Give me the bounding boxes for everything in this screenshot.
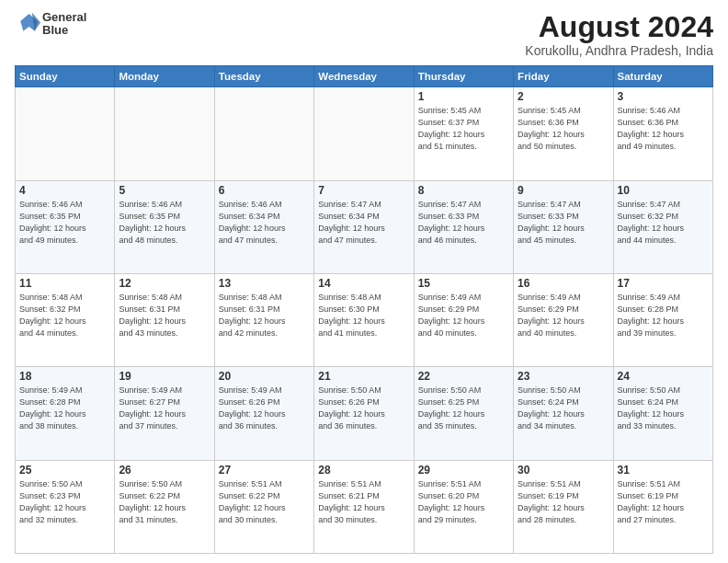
day-info: Sunrise: 5:49 AM Sunset: 6:28 PM Dayligh… [618,292,709,339]
day-info: Sunrise: 5:48 AM Sunset: 6:32 PM Dayligh… [19,292,110,339]
logo-icon [15,11,40,37]
day-info: Sunrise: 5:51 AM Sunset: 6:20 PM Dayligh… [418,478,509,526]
day-info: Sunrise: 5:51 AM Sunset: 6:19 PM Dayligh… [618,478,709,526]
day-number: 31 [618,464,709,477]
day-number: 12 [119,277,210,290]
day-number: 26 [119,464,210,477]
day-number: 23 [518,370,609,383]
day-info: Sunrise: 5:49 AM Sunset: 6:26 PM Dayligh… [219,385,310,432]
page-subtitle: Korukollu, Andhra Pradesh, India [525,43,713,58]
page: General Blue August 2024 Korukollu, Andh… [0,0,728,563]
day-number: 27 [219,464,310,477]
day-number: 13 [219,277,310,290]
day-number: 6 [219,184,310,197]
calendar-cell: 19Sunrise: 5:49 AM Sunset: 6:27 PM Dayli… [115,367,214,460]
calendar-cell [115,87,214,180]
calendar-cell: 26Sunrise: 5:50 AM Sunset: 6:22 PM Dayli… [115,460,214,553]
day-number: 5 [119,184,210,197]
logo-text: General Blue [42,11,86,38]
day-number: 4 [19,184,110,197]
day-number: 28 [318,464,409,477]
day-number: 2 [518,90,609,103]
calendar-cell: 9Sunrise: 5:47 AM Sunset: 6:33 PM Daylig… [514,180,613,273]
page-title: August 2024 [525,11,713,43]
calendar-cell: 16Sunrise: 5:49 AM Sunset: 6:29 PM Dayli… [514,273,613,366]
day-info: Sunrise: 5:46 AM Sunset: 6:34 PM Dayligh… [219,199,310,247]
day-info: Sunrise: 5:49 AM Sunset: 6:28 PM Dayligh… [19,385,110,432]
day-number: 3 [618,90,709,103]
day-number: 22 [418,370,509,383]
calendar-cell: 10Sunrise: 5:47 AM Sunset: 6:32 PM Dayli… [613,180,712,273]
day-info: Sunrise: 5:50 AM Sunset: 6:23 PM Dayligh… [19,478,110,526]
day-number: 8 [418,184,509,197]
day-info: Sunrise: 5:47 AM Sunset: 6:32 PM Dayligh… [618,199,709,247]
day-number: 16 [518,277,609,290]
day-info: Sunrise: 5:47 AM Sunset: 6:34 PM Dayligh… [318,199,409,247]
day-info: Sunrise: 5:50 AM Sunset: 6:24 PM Dayligh… [518,385,609,432]
day-info: Sunrise: 5:49 AM Sunset: 6:29 PM Dayligh… [418,292,509,339]
calendar-cell: 12Sunrise: 5:48 AM Sunset: 6:31 PM Dayli… [115,273,214,366]
calendar-cell: 22Sunrise: 5:50 AM Sunset: 6:25 PM Dayli… [414,367,513,460]
day-info: Sunrise: 5:51 AM Sunset: 6:22 PM Dayligh… [219,478,310,526]
calendar-week-3: 11Sunrise: 5:48 AM Sunset: 6:32 PM Dayli… [16,273,713,366]
day-info: Sunrise: 5:48 AM Sunset: 6:31 PM Dayligh… [219,292,310,339]
calendar-header-wednesday: Wednesday [314,66,414,87]
calendar-cell: 23Sunrise: 5:50 AM Sunset: 6:24 PM Dayli… [514,367,613,460]
day-number: 21 [318,370,409,383]
day-number: 20 [219,370,310,383]
calendar-cell: 8Sunrise: 5:47 AM Sunset: 6:33 PM Daylig… [414,180,513,273]
day-info: Sunrise: 5:50 AM Sunset: 6:26 PM Dayligh… [318,385,409,432]
calendar-week-4: 18Sunrise: 5:49 AM Sunset: 6:28 PM Dayli… [16,367,713,460]
day-number: 30 [518,464,609,477]
calendar-cell: 15Sunrise: 5:49 AM Sunset: 6:29 PM Dayli… [414,273,513,366]
calendar-cell [16,87,115,180]
calendar-cell: 31Sunrise: 5:51 AM Sunset: 6:19 PM Dayli… [613,460,712,553]
calendar-week-1: 1Sunrise: 5:45 AM Sunset: 6:37 PM Daylig… [16,87,713,180]
day-info: Sunrise: 5:46 AM Sunset: 6:36 PM Dayligh… [618,105,709,153]
calendar-cell: 5Sunrise: 5:46 AM Sunset: 6:35 PM Daylig… [115,180,214,273]
calendar-cell: 25Sunrise: 5:50 AM Sunset: 6:23 PM Dayli… [16,460,115,553]
day-info: Sunrise: 5:49 AM Sunset: 6:29 PM Dayligh… [518,292,609,339]
day-number: 17 [618,277,709,290]
day-number: 19 [119,370,210,383]
calendar-cell: 21Sunrise: 5:50 AM Sunset: 6:26 PM Dayli… [314,367,414,460]
calendar-header-tuesday: Tuesday [214,66,313,87]
calendar-cell: 2Sunrise: 5:45 AM Sunset: 6:36 PM Daylig… [514,87,613,180]
day-number: 10 [618,184,709,197]
calendar-header-monday: Monday [115,66,214,87]
calendar-cell: 29Sunrise: 5:51 AM Sunset: 6:20 PM Dayli… [414,460,513,553]
day-number: 14 [318,277,409,290]
day-number: 15 [418,277,509,290]
calendar-header-saturday: Saturday [613,66,712,87]
day-number: 1 [418,90,509,103]
day-number: 7 [318,184,409,197]
calendar-cell: 4Sunrise: 5:46 AM Sunset: 6:35 PM Daylig… [16,180,115,273]
calendar-cell: 6Sunrise: 5:46 AM Sunset: 6:34 PM Daylig… [214,180,313,273]
calendar-cell: 18Sunrise: 5:49 AM Sunset: 6:28 PM Dayli… [16,367,115,460]
calendar-cell: 20Sunrise: 5:49 AM Sunset: 6:26 PM Dayli… [214,367,313,460]
day-info: Sunrise: 5:45 AM Sunset: 6:37 PM Dayligh… [418,105,509,153]
day-number: 24 [618,370,709,383]
calendar-cell: 3Sunrise: 5:46 AM Sunset: 6:36 PM Daylig… [613,87,712,180]
calendar-table: SundayMondayTuesdayWednesdayThursdayFrid… [15,65,713,554]
day-info: Sunrise: 5:45 AM Sunset: 6:36 PM Dayligh… [518,105,609,153]
day-number: 11 [19,277,110,290]
calendar-header-friday: Friday [514,66,613,87]
day-number: 29 [418,464,509,477]
day-info: Sunrise: 5:48 AM Sunset: 6:31 PM Dayligh… [119,292,210,339]
calendar-cell: 13Sunrise: 5:48 AM Sunset: 6:31 PM Dayli… [214,273,313,366]
day-info: Sunrise: 5:50 AM Sunset: 6:24 PM Dayligh… [618,385,709,432]
calendar-header-row: SundayMondayTuesdayWednesdayThursdayFrid… [16,66,713,87]
calendar-header-sunday: Sunday [16,66,115,87]
calendar-header-thursday: Thursday [414,66,513,87]
calendar-cell: 17Sunrise: 5:49 AM Sunset: 6:28 PM Dayli… [613,273,712,366]
day-number: 9 [518,184,609,197]
calendar-cell: 11Sunrise: 5:48 AM Sunset: 6:32 PM Dayli… [16,273,115,366]
calendar-week-2: 4Sunrise: 5:46 AM Sunset: 6:35 PM Daylig… [16,180,713,273]
calendar-cell: 30Sunrise: 5:51 AM Sunset: 6:19 PM Dayli… [514,460,613,553]
calendar-cell: 27Sunrise: 5:51 AM Sunset: 6:22 PM Dayli… [214,460,313,553]
header: General Blue August 2024 Korukollu, Andh… [15,11,713,58]
calendar-cell: 1Sunrise: 5:45 AM Sunset: 6:37 PM Daylig… [414,87,513,180]
day-info: Sunrise: 5:48 AM Sunset: 6:30 PM Dayligh… [318,292,409,339]
title-block: August 2024 Korukollu, Andhra Pradesh, I… [525,11,713,58]
